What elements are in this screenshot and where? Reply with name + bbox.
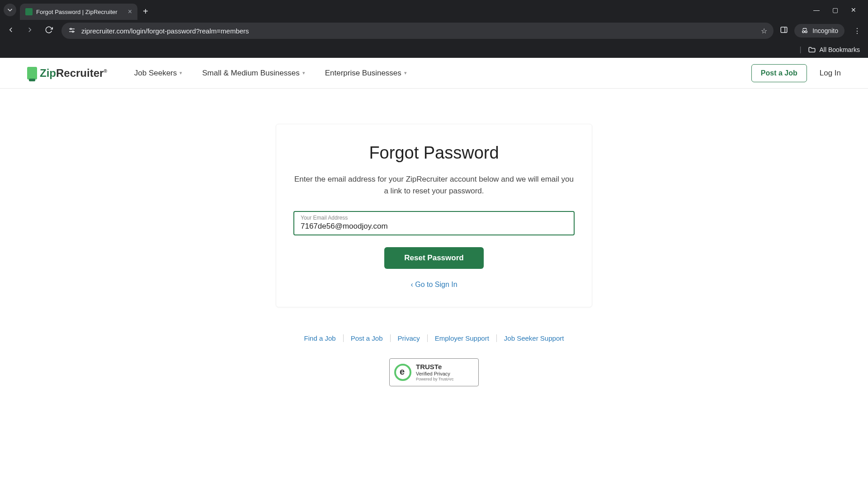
truste-badge[interactable]: TRUSTe Verified Privacy Powered by Trust…: [389, 358, 479, 386]
browser-tab[interactable]: Forgot Password | ZipRecruiter ×: [20, 4, 137, 20]
email-field-wrapper[interactable]: Your Email Address: [293, 211, 575, 235]
address-bar[interactable]: ziprecruiter.com/login/forgot-password?r…: [61, 23, 774, 39]
svg-rect-4: [781, 27, 787, 33]
arrow-right-icon: [26, 26, 34, 34]
close-tab-icon[interactable]: ×: [128, 8, 132, 16]
minimize-button[interactable]: ―: [813, 6, 820, 14]
forward-button[interactable]: [24, 26, 36, 36]
header-right: Post a Job Log In: [751, 64, 841, 82]
svg-point-6: [802, 31, 805, 33]
ziprecruiter-logo[interactable]: ZipRecruiter®: [27, 67, 107, 80]
svg-point-2: [70, 28, 71, 29]
address-bar-row: ziprecruiter.com/login/forgot-password?r…: [0, 20, 868, 42]
svg-point-7: [805, 31, 807, 33]
footer-link-post-job[interactable]: Post a Job: [344, 334, 391, 342]
maximize-button[interactable]: ▢: [832, 6, 838, 14]
incognito-icon: [801, 27, 809, 35]
nav-label: Enterprise Businesses: [325, 69, 401, 78]
forgot-password-card: Forgot Password Enter the email address …: [276, 124, 592, 307]
post-a-job-button[interactable]: Post a Job: [751, 64, 807, 82]
page-title: Forgot Password: [293, 143, 575, 163]
site-header: ZipRecruiter® Job Seekers ▾ Small & Medi…: [0, 58, 868, 89]
reset-password-button[interactable]: Reset Password: [384, 247, 483, 269]
chevron-down-icon: ▾: [404, 70, 407, 76]
divider: |: [799, 46, 801, 54]
truste-line2: Verified Privacy: [416, 371, 454, 377]
logo-text: ZipRecruiter®: [40, 67, 107, 80]
browser-menu-button[interactable]: ⋮: [851, 27, 863, 35]
all-bookmarks-label: All Bookmarks: [820, 46, 860, 53]
truste-line1: TRUSTe: [416, 363, 454, 371]
nav-label: Job Seekers: [134, 69, 177, 78]
window-controls: ― ▢ ✕: [813, 6, 864, 14]
reload-button[interactable]: [42, 26, 55, 36]
truste-text: TRUSTe Verified Privacy Powered by Trust…: [416, 363, 454, 382]
footer-link-seeker-support[interactable]: Job Seeker Support: [497, 334, 571, 342]
tune-icon: [68, 26, 76, 34]
tab-bar: Forgot Password | ZipRecruiter × + ― ▢ ✕: [0, 0, 868, 20]
all-bookmarks-button[interactable]: All Bookmarks: [808, 46, 860, 54]
log-in-link[interactable]: Log In: [820, 69, 841, 78]
main-nav: Job Seekers ▾ Small & Medium Businesses …: [134, 69, 407, 78]
footer-links: Find a Job Post a Job Privacy Employer S…: [297, 334, 571, 342]
arrow-left-icon: [7, 26, 15, 34]
favicon-icon: [25, 8, 33, 15]
nav-enterprise[interactable]: Enterprise Businesses ▾: [325, 69, 407, 78]
panel-icon: [780, 26, 788, 34]
tab-title: Forgot Password | ZipRecruiter: [36, 9, 124, 15]
nav-job-seekers[interactable]: Job Seekers ▾: [134, 69, 183, 78]
reload-icon: [45, 26, 53, 34]
go-to-signin-link[interactable]: ‹ Go to Sign In: [293, 281, 575, 289]
url-text: ziprecruiter.com/login/forgot-password?r…: [81, 27, 755, 35]
email-input[interactable]: [301, 221, 567, 231]
footer-link-employer-support[interactable]: Employer Support: [428, 334, 497, 342]
truste-line3: Powered by TrustArc: [416, 377, 454, 382]
incognito-badge[interactable]: Incognito: [794, 24, 844, 38]
footer-link-find-job[interactable]: Find a Job: [297, 334, 344, 342]
folder-icon: [808, 46, 816, 54]
bookmarks-bar: | All Bookmarks: [0, 42, 868, 58]
back-button[interactable]: [5, 26, 17, 36]
incognito-label: Incognito: [812, 27, 838, 34]
nav-label: Small & Medium Businesses: [202, 69, 299, 78]
site-info-icon[interactable]: [68, 26, 76, 36]
browser-chrome: Forgot Password | ZipRecruiter × + ― ▢ ✕…: [0, 0, 868, 58]
footer-link-privacy[interactable]: Privacy: [391, 334, 428, 342]
logo-mark-icon: [27, 67, 37, 80]
svg-point-3: [72, 31, 74, 32]
new-tab-button[interactable]: +: [143, 6, 148, 17]
main-content: Forgot Password Enter the email address …: [0, 89, 868, 386]
chevron-down-icon: ▾: [302, 70, 305, 76]
truste-seal-icon: [394, 364, 411, 381]
bookmark-star-icon[interactable]: ☆: [761, 27, 767, 35]
chevron-down-icon: [6, 6, 14, 14]
chevron-down-icon: ▾: [179, 70, 182, 76]
tab-search-dropdown[interactable]: [4, 4, 16, 16]
instruction-text: Enter the email address for your ZipRecr…: [293, 174, 575, 197]
nav-smb[interactable]: Small & Medium Businesses ▾: [202, 69, 305, 78]
page-content: ZipRecruiter® Job Seekers ▾ Small & Medi…: [0, 58, 868, 488]
side-panel-icon[interactable]: [780, 26, 788, 36]
close-window-button[interactable]: ✕: [851, 6, 856, 14]
email-label: Your Email Address: [301, 215, 567, 221]
